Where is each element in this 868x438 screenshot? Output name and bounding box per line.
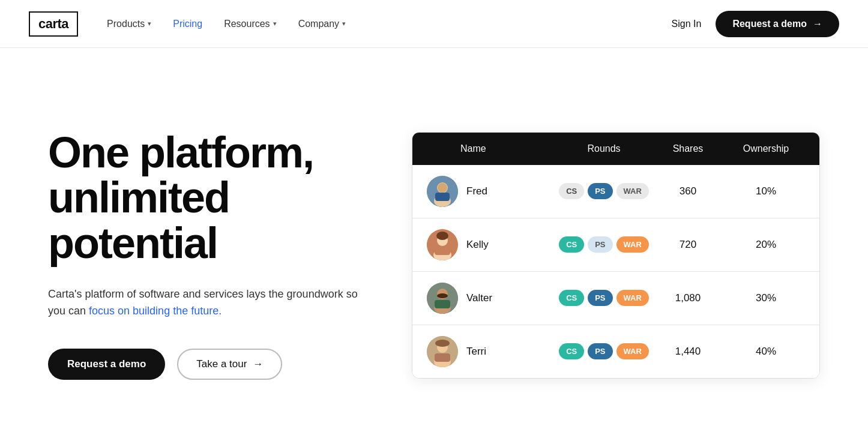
avatar bbox=[427, 229, 458, 260]
person-cell-fred: Fred bbox=[427, 176, 559, 207]
person-name: Fred bbox=[466, 185, 487, 197]
take-tour-button[interactable]: Take a tour → bbox=[177, 349, 282, 380]
svg-rect-19 bbox=[435, 353, 450, 362]
rounds-cell: CS PS WAR bbox=[559, 183, 649, 199]
shares-value: 360 bbox=[649, 185, 727, 197]
col-shares: Shares bbox=[649, 143, 727, 154]
main-content: One platform, unlimited potential Carta'… bbox=[0, 48, 868, 438]
svg-point-18 bbox=[435, 340, 450, 347]
svg-point-3 bbox=[438, 183, 447, 193]
svg-rect-14 bbox=[435, 300, 450, 308]
table-row: Kelly CS PS WAR 720 20% bbox=[412, 218, 819, 272]
request-demo-hero-button[interactable]: Request a demo bbox=[48, 349, 165, 380]
hero-subtext: Carta's platform of software and service… bbox=[48, 286, 364, 320]
person-cell-kelly: Kelly bbox=[427, 229, 559, 260]
person-name: Terri bbox=[466, 346, 486, 358]
svg-rect-9 bbox=[435, 247, 450, 255]
hero-buttons: Request a demo Take a tour → bbox=[48, 349, 364, 380]
nav-links: Products ▾ Pricing Resources ▾ Company ▾ bbox=[107, 19, 672, 29]
shares-value: 1,440 bbox=[649, 346, 727, 358]
shares-value: 720 bbox=[649, 239, 727, 251]
sign-in-link[interactable]: Sign In bbox=[672, 19, 702, 29]
ownership-value: 20% bbox=[727, 239, 805, 251]
person-cell-valter: Valter bbox=[427, 283, 559, 314]
hero-right: Name Rounds Shares Ownership bbox=[412, 132, 820, 379]
avatar bbox=[427, 336, 458, 367]
stakeholder-table: Name Rounds Shares Ownership bbox=[412, 132, 820, 379]
chevron-down-icon: ▾ bbox=[273, 20, 277, 28]
navbar: carta Products ▾ Pricing Resources ▾ Com… bbox=[0, 0, 868, 48]
table-row: Terri CS PS WAR 1,440 40% bbox=[412, 325, 819, 378]
chevron-down-icon: ▾ bbox=[148, 20, 151, 28]
svg-rect-4 bbox=[435, 193, 450, 201]
col-rounds: Rounds bbox=[559, 143, 649, 154]
hero-left: One platform, unlimited potential Carta'… bbox=[48, 130, 412, 380]
hero-headline: One platform, unlimited potential bbox=[48, 130, 364, 266]
badge-war: WAR bbox=[616, 236, 649, 253]
badge-cs: CS bbox=[559, 236, 584, 253]
badge-cs: CS bbox=[559, 183, 584, 199]
rounds-cell: CS PS WAR bbox=[559, 236, 649, 253]
person-name: Valter bbox=[466, 292, 492, 304]
col-ownership: Ownership bbox=[727, 143, 805, 154]
svg-point-13 bbox=[437, 293, 448, 298]
ownership-value: 10% bbox=[727, 185, 805, 197]
table-header: Name Rounds Shares Ownership bbox=[412, 133, 819, 165]
nav-pricing[interactable]: Pricing bbox=[173, 19, 202, 29]
badge-cs: CS bbox=[559, 290, 584, 306]
ownership-value: 30% bbox=[727, 292, 805, 304]
badge-ps: PS bbox=[588, 236, 612, 253]
rounds-cell: CS PS WAR bbox=[559, 343, 649, 359]
avatar bbox=[427, 283, 458, 314]
nav-right: Sign In Request a demo → bbox=[672, 11, 839, 37]
logo[interactable]: carta bbox=[29, 11, 78, 37]
badge-war: WAR bbox=[616, 183, 649, 199]
col-name: Name bbox=[427, 143, 559, 154]
person-name: Kelly bbox=[466, 239, 489, 251]
nav-products[interactable]: Products ▾ bbox=[107, 19, 151, 29]
badge-ps: PS bbox=[588, 343, 612, 359]
ownership-value: 40% bbox=[727, 346, 805, 358]
chevron-down-icon: ▾ bbox=[342, 20, 346, 28]
nav-company[interactable]: Company ▾ bbox=[298, 19, 346, 29]
table-row: Valter CS PS WAR 1,080 30% bbox=[412, 272, 819, 325]
table-row: Fred CS PS WAR 360 10% bbox=[412, 165, 819, 218]
badge-ps: PS bbox=[588, 290, 612, 306]
badge-ps: PS bbox=[588, 183, 612, 199]
nav-resources[interactable]: Resources ▾ bbox=[224, 19, 276, 29]
avatar bbox=[427, 176, 458, 207]
badge-war: WAR bbox=[616, 343, 649, 359]
person-cell-terri: Terri bbox=[427, 336, 559, 367]
badge-cs: CS bbox=[559, 343, 584, 359]
request-demo-nav-button[interactable]: Request a demo → bbox=[716, 11, 839, 37]
svg-point-8 bbox=[436, 232, 448, 240]
shares-value: 1,080 bbox=[649, 292, 727, 304]
rounds-cell: CS PS WAR bbox=[559, 290, 649, 306]
badge-war: WAR bbox=[616, 290, 649, 306]
